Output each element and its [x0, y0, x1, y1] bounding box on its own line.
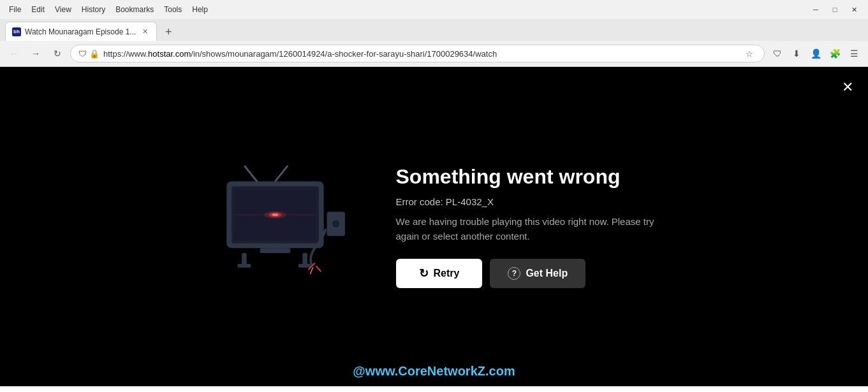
get-help-button[interactable]: ? Get Help — [490, 259, 585, 288]
extensions-icon[interactable]: 🧩 — [826, 45, 844, 62]
new-tab-button[interactable]: + — [159, 23, 177, 41]
title-bar: File Edit View History Bookmarks Tools H… — [0, 0, 868, 19]
active-tab[interactable]: bh Watch Mounaragam Episode 1... ✕ — [5, 22, 157, 41]
menu-bar: File Edit View History Bookmarks Tools H… — [5, 4, 212, 15]
get-help-label: Get Help — [526, 268, 568, 279]
url-text: https://www.hotstar.com/in/shows/mounara… — [103, 49, 739, 59]
close-window-button[interactable]: ✕ — [845, 3, 863, 17]
lock-icon: 🔒 — [89, 49, 99, 59]
forward-button[interactable]: → — [27, 45, 45, 62]
shield-icon: 🛡 — [78, 49, 87, 59]
minimize-button[interactable]: ─ — [807, 3, 825, 17]
svg-rect-9 — [260, 248, 290, 253]
menu-file[interactable]: File — [5, 4, 25, 15]
tab-close-button[interactable]: ✕ — [140, 27, 150, 37]
download-icon[interactable]: ⬇ — [788, 45, 805, 62]
account-icon[interactable]: 👤 — [807, 45, 825, 62]
svg-line-0 — [244, 166, 256, 181]
svg-point-15 — [332, 220, 339, 227]
tv-svg — [205, 163, 358, 291]
back-button[interactable]: ← — [5, 45, 23, 62]
menu-tools[interactable]: Tools — [160, 4, 186, 15]
menu-edit[interactable]: Edit — [27, 4, 48, 15]
svg-line-18 — [310, 267, 313, 273]
error-code: Error code: PL-4032_X — [396, 196, 664, 207]
retry-button[interactable]: ↻ Retry — [396, 259, 483, 288]
tab-favicon: bh — [12, 27, 21, 36]
url-bar[interactable]: 🛡 🔒 https://www.hotstar.com/in/shows/mou… — [70, 45, 765, 62]
maximize-button[interactable]: □ — [826, 3, 844, 17]
menu-button[interactable]: ☰ — [845, 45, 863, 62]
url-action-icons: ☆ — [742, 47, 756, 61]
retry-label: Retry — [434, 268, 460, 279]
toolbar-right: 🛡 ⬇ 👤 🧩 ☰ — [769, 45, 863, 62]
help-icon: ? — [508, 267, 520, 280]
watermark: @www.CoreNetworkZ.com — [353, 364, 515, 379]
svg-line-17 — [316, 266, 321, 271]
window-controls: ─ □ ✕ — [807, 3, 863, 17]
main-content: ✕ — [0, 67, 868, 386]
video-close-button[interactable]: ✕ — [837, 77, 858, 98]
retry-icon: ↻ — [419, 266, 429, 280]
tv-illustration — [205, 163, 358, 291]
svg-rect-11 — [302, 252, 307, 265]
error-title: Something went wrong — [396, 165, 664, 189]
address-bar: ← → ↻ 🛡 🔒 https://www.hotstar.com/in/sho… — [0, 41, 868, 66]
reload-button[interactable]: ↻ — [48, 45, 66, 62]
tab-bar: bh Watch Mounaragam Episode 1... ✕ + — [0, 19, 868, 41]
error-description: We are having trouble playing this video… — [396, 215, 664, 243]
bookmark-icon[interactable]: ☆ — [742, 47, 756, 61]
error-buttons: ↻ Retry ? Get Help — [396, 259, 664, 288]
svg-rect-12 — [237, 264, 251, 268]
svg-line-1 — [275, 166, 287, 181]
menu-view[interactable]: View — [51, 4, 75, 15]
menu-help[interactable]: Help — [188, 4, 212, 15]
tab-title: Watch Mounaragam Episode 1... — [25, 27, 136, 36]
pocket-icon[interactable]: 🛡 — [769, 45, 786, 62]
error-container: Something went wrong Error code: PL-4032… — [205, 163, 664, 291]
svg-rect-10 — [242, 252, 247, 265]
error-text-area: Something went wrong Error code: PL-4032… — [396, 165, 664, 288]
menu-history[interactable]: History — [78, 4, 109, 15]
menu-bookmarks[interactable]: Bookmarks — [112, 4, 158, 15]
security-icons: 🛡 🔒 — [78, 49, 99, 59]
svg-rect-13 — [298, 264, 311, 268]
